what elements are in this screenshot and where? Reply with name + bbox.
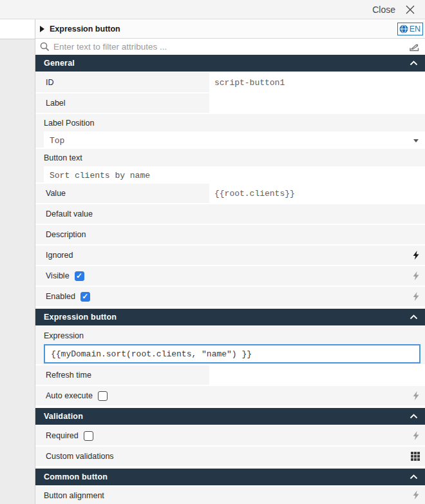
filter-attributes-input[interactable] xyxy=(53,42,405,52)
chevron-down-icon xyxy=(413,139,419,142)
language-selector[interactable]: EN xyxy=(397,23,423,35)
attribute-label: ID xyxy=(35,78,54,87)
attribute-label: Ignored xyxy=(35,251,73,260)
attribute-row-ignored: Ignored xyxy=(35,246,425,265)
expression-input[interactable] xyxy=(44,344,420,363)
dropdown-value: Top xyxy=(50,136,64,146)
import-attributes-icon[interactable] xyxy=(409,42,420,52)
auto-execute-checkbox[interactable] xyxy=(98,391,108,401)
attribute-row-value: Value xyxy=(35,184,425,203)
section-title: Expression button xyxy=(44,313,410,322)
attribute-row-button-alignment: Button alignment xyxy=(35,487,425,504)
expression-bolt-icon[interactable] xyxy=(413,292,419,301)
left-rail xyxy=(0,19,35,504)
attribute-row-description[interactable]: Description xyxy=(35,225,425,244)
globe-icon xyxy=(399,24,408,34)
attribute-label: Auto execute xyxy=(35,391,93,400)
section-header-expression-button[interactable]: Expression button xyxy=(35,309,425,325)
attribute-label: Custom validations xyxy=(35,452,114,461)
expression-bolt-icon[interactable] xyxy=(413,271,419,280)
attribute-label: Label Position xyxy=(35,119,425,128)
attribute-row-auto-execute: Auto execute xyxy=(35,386,425,405)
attribute-label: Visible xyxy=(35,271,70,280)
attributes-panel: Expression button EN xyxy=(35,19,425,504)
button-text-input[interactable] xyxy=(44,166,425,184)
label-input[interactable] xyxy=(209,93,425,113)
close-icon[interactable] xyxy=(405,5,415,15)
expression-bolt-icon[interactable] xyxy=(413,431,419,440)
expression-bolt-icon[interactable] xyxy=(413,251,419,260)
attribute-label: Expression xyxy=(35,331,425,340)
attribute-label: Button alignment xyxy=(35,491,425,500)
filter-row xyxy=(35,39,425,55)
visible-checkbox[interactable] xyxy=(75,271,84,281)
panel-header: Expression button EN xyxy=(35,19,425,39)
enabled-checkbox[interactable] xyxy=(80,292,90,302)
attribute-row-id: ID xyxy=(35,73,425,92)
search-icon xyxy=(40,42,50,52)
attribute-label: Value xyxy=(35,189,66,198)
required-checkbox[interactable] xyxy=(84,431,93,441)
id-input[interactable] xyxy=(209,73,425,92)
top-bar: Close xyxy=(0,0,425,19)
left-rail-body xyxy=(0,39,35,504)
attribute-row-visible: Visible xyxy=(35,266,425,286)
collapse-triangle-icon[interactable] xyxy=(40,26,44,32)
attribute-label: Refresh time xyxy=(35,371,91,380)
section-header-common-button[interactable]: Common button xyxy=(35,469,425,485)
attribute-row-label: Label xyxy=(35,93,425,113)
expression-bolt-icon[interactable] xyxy=(413,490,419,499)
grid-editor-icon[interactable] xyxy=(411,452,420,461)
attribute-label: Label xyxy=(35,99,66,108)
attribute-row-label-position: Label Position Top xyxy=(35,114,425,148)
section-title: Common button xyxy=(44,472,410,481)
close-button[interactable]: Close xyxy=(372,5,395,15)
panel-title: Expression button xyxy=(50,24,397,34)
chevron-up-icon xyxy=(410,474,418,480)
attribute-label: Required xyxy=(35,431,79,440)
chevron-up-icon xyxy=(410,414,418,419)
label-position-dropdown[interactable]: Top xyxy=(44,131,425,150)
attribute-label: Enabled xyxy=(35,292,75,301)
chevron-up-icon xyxy=(410,61,418,66)
language-label: EN xyxy=(410,24,420,34)
section-title: Validation xyxy=(44,412,410,421)
refresh-time-input[interactable] xyxy=(209,365,425,385)
value-input[interactable] xyxy=(209,184,425,203)
attribute-row-refresh-time: Refresh time xyxy=(35,365,425,385)
section-title: General xyxy=(44,59,410,68)
section-header-general[interactable]: General xyxy=(35,55,425,72)
attribute-label: Button text xyxy=(35,153,425,162)
attribute-label: Description xyxy=(35,230,86,239)
attribute-row-button-text: Button text xyxy=(35,149,425,182)
attribute-row-required: Required xyxy=(35,426,425,445)
attribute-label: Default value xyxy=(35,209,93,218)
attribute-row-expression: Expression xyxy=(35,327,425,364)
chevron-up-icon xyxy=(410,315,418,320)
attribute-row-default-value[interactable]: Default value xyxy=(35,204,425,224)
section-header-validation[interactable]: Validation xyxy=(35,408,425,425)
expression-bolt-icon[interactable] xyxy=(413,391,419,400)
attribute-row-custom-validations: Custom validations xyxy=(35,447,425,466)
left-rail-top xyxy=(0,19,35,39)
attribute-row-enabled: Enabled xyxy=(35,287,425,306)
